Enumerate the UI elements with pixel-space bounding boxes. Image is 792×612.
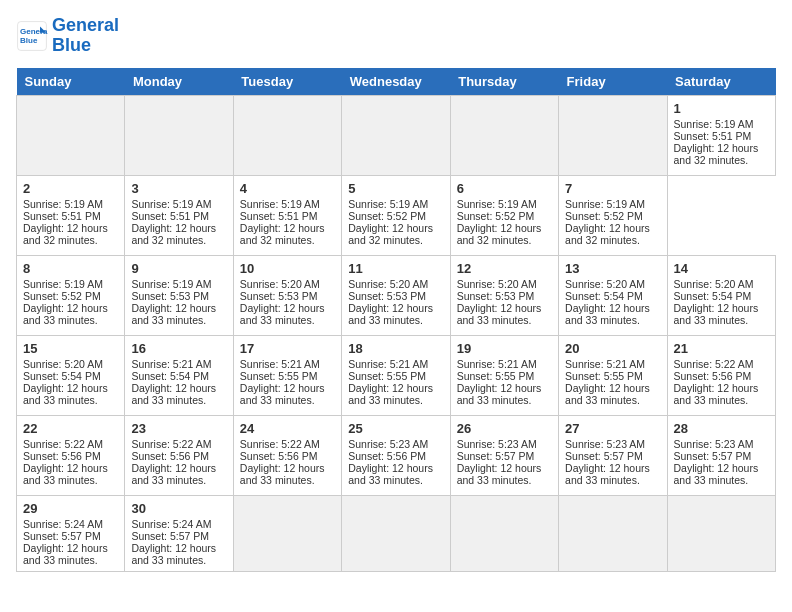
sunrise-label: Sunrise: 5:20 AM xyxy=(565,278,645,290)
daylight-label: Daylight: 12 hours and 33 minutes. xyxy=(240,462,325,486)
day-cell-3: 3 Sunrise: 5:19 AM Sunset: 5:51 PM Dayli… xyxy=(125,175,233,255)
day-cell-21: 21 Sunrise: 5:22 AM Sunset: 5:56 PM Dayl… xyxy=(667,335,775,415)
day-number: 17 xyxy=(240,341,335,356)
sunset-label: Sunset: 5:52 PM xyxy=(565,210,643,222)
calendar-header-row: SundayMondayTuesdayWednesdayThursdayFrid… xyxy=(17,68,776,96)
empty-cell xyxy=(450,95,558,175)
sunrise-label: Sunrise: 5:20 AM xyxy=(348,278,428,290)
sunrise-label: Sunrise: 5:19 AM xyxy=(131,278,211,290)
sunrise-label: Sunrise: 5:22 AM xyxy=(131,438,211,450)
empty-cell xyxy=(667,495,775,571)
sunset-label: Sunset: 5:56 PM xyxy=(23,450,101,462)
calendar-table: SundayMondayTuesdayWednesdayThursdayFrid… xyxy=(16,68,776,572)
sunset-label: Sunset: 5:53 PM xyxy=(131,290,209,302)
day-cell-24: 24 Sunrise: 5:22 AM Sunset: 5:56 PM Dayl… xyxy=(233,415,341,495)
day-header-friday: Friday xyxy=(559,68,667,96)
sunrise-label: Sunrise: 5:19 AM xyxy=(565,198,645,210)
logo: General Blue GeneralBlue xyxy=(16,16,119,56)
sunset-label: Sunset: 5:54 PM xyxy=(565,290,643,302)
empty-cell xyxy=(233,495,341,571)
daylight-label: Daylight: 12 hours and 32 minutes. xyxy=(565,222,650,246)
empty-cell xyxy=(559,495,667,571)
daylight-label: Daylight: 12 hours and 32 minutes. xyxy=(131,222,216,246)
calendar-week-5: 22 Sunrise: 5:22 AM Sunset: 5:56 PM Dayl… xyxy=(17,415,776,495)
day-header-sunday: Sunday xyxy=(17,68,125,96)
day-number: 22 xyxy=(23,421,118,436)
empty-cell xyxy=(125,95,233,175)
sunset-label: Sunset: 5:51 PM xyxy=(131,210,209,222)
day-cell-12: 12 Sunrise: 5:20 AM Sunset: 5:53 PM Dayl… xyxy=(450,255,558,335)
sunset-label: Sunset: 5:57 PM xyxy=(674,450,752,462)
sunset-label: Sunset: 5:56 PM xyxy=(131,450,209,462)
sunset-label: Sunset: 5:53 PM xyxy=(457,290,535,302)
day-number: 16 xyxy=(131,341,226,356)
daylight-label: Daylight: 12 hours and 32 minutes. xyxy=(674,142,759,166)
sunrise-label: Sunrise: 5:23 AM xyxy=(565,438,645,450)
sunrise-label: Sunrise: 5:24 AM xyxy=(131,518,211,530)
day-number: 10 xyxy=(240,261,335,276)
day-number: 18 xyxy=(348,341,443,356)
svg-text:Blue: Blue xyxy=(20,36,38,45)
daylight-label: Daylight: 12 hours and 33 minutes. xyxy=(131,462,216,486)
day-number: 29 xyxy=(23,501,118,516)
sunset-label: Sunset: 5:55 PM xyxy=(565,370,643,382)
sunrise-label: Sunrise: 5:19 AM xyxy=(131,198,211,210)
day-number: 28 xyxy=(674,421,769,436)
day-number: 13 xyxy=(565,261,660,276)
daylight-label: Daylight: 12 hours and 33 minutes. xyxy=(23,542,108,566)
daylight-label: Daylight: 12 hours and 33 minutes. xyxy=(348,462,433,486)
sunrise-label: Sunrise: 5:21 AM xyxy=(348,358,428,370)
sunset-label: Sunset: 5:55 PM xyxy=(240,370,318,382)
day-cell-8: 8 Sunrise: 5:19 AM Sunset: 5:52 PM Dayli… xyxy=(17,255,125,335)
sunrise-label: Sunrise: 5:22 AM xyxy=(674,358,754,370)
day-number: 15 xyxy=(23,341,118,356)
sunrise-label: Sunrise: 5:19 AM xyxy=(457,198,537,210)
sunrise-label: Sunrise: 5:19 AM xyxy=(674,118,754,130)
daylight-label: Daylight: 12 hours and 33 minutes. xyxy=(23,382,108,406)
sunset-label: Sunset: 5:56 PM xyxy=(240,450,318,462)
day-number: 20 xyxy=(565,341,660,356)
day-number: 26 xyxy=(457,421,552,436)
day-number: 2 xyxy=(23,181,118,196)
daylight-label: Daylight: 12 hours and 33 minutes. xyxy=(457,462,542,486)
daylight-label: Daylight: 12 hours and 33 minutes. xyxy=(131,302,216,326)
day-number: 11 xyxy=(348,261,443,276)
logo-text: GeneralBlue xyxy=(52,16,119,56)
day-cell-30: 30 Sunrise: 5:24 AM Sunset: 5:57 PM Dayl… xyxy=(125,495,233,571)
sunrise-label: Sunrise: 5:20 AM xyxy=(674,278,754,290)
day-cell-7: 7 Sunrise: 5:19 AM Sunset: 5:52 PM Dayli… xyxy=(559,175,667,255)
daylight-label: Daylight: 12 hours and 33 minutes. xyxy=(674,382,759,406)
sunset-label: Sunset: 5:51 PM xyxy=(23,210,101,222)
daylight-label: Daylight: 12 hours and 33 minutes. xyxy=(131,542,216,566)
logo-icon: General Blue xyxy=(16,20,48,52)
daylight-label: Daylight: 12 hours and 33 minutes. xyxy=(674,462,759,486)
empty-cell xyxy=(17,95,125,175)
daylight-label: Daylight: 12 hours and 33 minutes. xyxy=(240,302,325,326)
sunset-label: Sunset: 5:56 PM xyxy=(348,450,426,462)
daylight-label: Daylight: 12 hours and 32 minutes. xyxy=(348,222,433,246)
sunset-label: Sunset: 5:51 PM xyxy=(674,130,752,142)
day-cell-28: 28 Sunrise: 5:23 AM Sunset: 5:57 PM Dayl… xyxy=(667,415,775,495)
day-cell-27: 27 Sunrise: 5:23 AM Sunset: 5:57 PM Dayl… xyxy=(559,415,667,495)
day-number: 24 xyxy=(240,421,335,436)
empty-cell xyxy=(342,95,450,175)
day-cell-17: 17 Sunrise: 5:21 AM Sunset: 5:55 PM Dayl… xyxy=(233,335,341,415)
calendar-week-3: 8 Sunrise: 5:19 AM Sunset: 5:52 PM Dayli… xyxy=(17,255,776,335)
day-number: 9 xyxy=(131,261,226,276)
day-header-wednesday: Wednesday xyxy=(342,68,450,96)
day-cell-23: 23 Sunrise: 5:22 AM Sunset: 5:56 PM Dayl… xyxy=(125,415,233,495)
day-number: 8 xyxy=(23,261,118,276)
sunset-label: Sunset: 5:57 PM xyxy=(565,450,643,462)
sunrise-label: Sunrise: 5:21 AM xyxy=(240,358,320,370)
sunset-label: Sunset: 5:52 PM xyxy=(457,210,535,222)
sunset-label: Sunset: 5:56 PM xyxy=(674,370,752,382)
day-number: 14 xyxy=(674,261,769,276)
daylight-label: Daylight: 12 hours and 33 minutes. xyxy=(348,382,433,406)
empty-cell xyxy=(559,95,667,175)
day-number: 21 xyxy=(674,341,769,356)
sunset-label: Sunset: 5:57 PM xyxy=(131,530,209,542)
day-number: 23 xyxy=(131,421,226,436)
sunrise-label: Sunrise: 5:20 AM xyxy=(23,358,103,370)
day-cell-9: 9 Sunrise: 5:19 AM Sunset: 5:53 PM Dayli… xyxy=(125,255,233,335)
day-number: 19 xyxy=(457,341,552,356)
